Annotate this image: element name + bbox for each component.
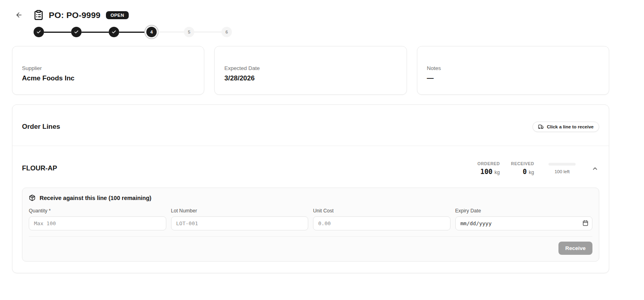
expiry-date-label: Expiry Date [455, 208, 593, 214]
stepper-step-6[interactable]: 6 [221, 27, 232, 37]
stepper-connector [82, 32, 109, 33]
stepper-step-1[interactable] [34, 27, 44, 37]
receive-hint-text: Click a line to receive [547, 124, 594, 129]
expiry-date-wrap [455, 216, 593, 230]
progress-stepper: 4 5 6 [34, 27, 609, 37]
progress-bar-track [548, 163, 576, 166]
received-value: 0 [523, 168, 527, 176]
remaining-label: 100 left [548, 169, 576, 174]
truck-icon [538, 124, 544, 130]
stepper-connector [157, 32, 184, 32]
stepper-connector [44, 32, 71, 33]
po-summary-cards: Supplier Acme Foods Inc Expected Date 3/… [12, 46, 609, 95]
stepper-step-5[interactable]: 5 [184, 27, 194, 37]
collapse-line-button[interactable] [591, 164, 599, 173]
notes-value: — [427, 74, 599, 82]
receive-form-panel: Receive against this line (100 remaining… [22, 188, 599, 262]
received-stat: RECEIVED 0kg [511, 161, 534, 176]
receive-panel-title: Receive against this line (100 remaining… [40, 195, 152, 201]
calendar-icon [582, 220, 588, 226]
ordered-unit: kg [494, 170, 500, 175]
received-unit: kg [529, 170, 534, 175]
expiry-date-field-group: Expiry Date [455, 208, 593, 230]
calendar-picker-button[interactable] [582, 220, 588, 226]
quantity-input[interactable] [29, 216, 166, 230]
received-label: RECEIVED [511, 161, 534, 166]
page-title: PO: PO-9999 [49, 10, 100, 20]
stepper-step-3[interactable] [109, 27, 119, 37]
check-icon [74, 30, 79, 34]
receive-panel-title-row: Receive against this line (100 remaining… [29, 194, 592, 201]
check-icon [112, 30, 116, 34]
unit-cost-label: Unit Cost [313, 208, 451, 214]
quantity-label: Quantity * [29, 208, 166, 214]
chevron-up-icon [592, 165, 598, 172]
order-lines-title: Order Lines [22, 123, 60, 131]
order-line-row[interactable]: FLOUR-AP ORDERED 100kg RECEIVED 0kg [12, 146, 609, 188]
expected-date-label: Expected Date [224, 65, 397, 71]
status-badge: OPEN [106, 11, 128, 19]
receive-actions-row: Receive [29, 236, 592, 255]
expiry-date-input[interactable] [455, 216, 593, 230]
lot-number-label: Lot Number [171, 208, 309, 214]
order-lines-header: Order Lines Click a line to receive [12, 105, 609, 146]
order-line-name: FLOUR-AP [22, 164, 57, 172]
supplier-label: Supplier [22, 65, 194, 71]
receive-button[interactable]: Receive [558, 242, 592, 255]
package-icon [29, 194, 36, 201]
lot-number-field-group: Lot Number [171, 208, 309, 230]
line-progress: 100 left [548, 163, 576, 174]
page-header: PO: PO-9999 OPEN [12, 10, 609, 20]
lot-number-input[interactable] [171, 216, 309, 230]
ordered-label: ORDERED [477, 161, 500, 166]
ordered-value: 100 [480, 168, 492, 176]
stepper-connector [194, 32, 221, 32]
notes-label: Notes [427, 65, 599, 71]
order-line-stats: ORDERED 100kg RECEIVED 0kg 100 left [477, 161, 599, 176]
stepper-step-4-active[interactable]: 4 [146, 27, 157, 37]
expected-date-value: 3/28/2026 [224, 74, 397, 82]
back-button[interactable] [14, 10, 24, 20]
supplier-card: Supplier Acme Foods Inc [12, 46, 204, 95]
check-icon [36, 30, 41, 34]
clipboard-list-icon [33, 10, 44, 20]
unit-cost-input[interactable] [313, 216, 451, 230]
stepper-step-2[interactable] [71, 27, 82, 37]
order-lines-card: Order Lines Click a line to receive FLOU… [12, 104, 609, 273]
po-detail-page: PO: PO-9999 OPEN 4 5 6 Supplier Acme Foo… [12, 0, 609, 273]
notes-card: Notes — [417, 46, 609, 95]
expected-date-card: Expected Date 3/28/2026 [214, 46, 407, 95]
quantity-field-group: Quantity * [29, 208, 166, 230]
receive-form-grid: Quantity * Lot Number Unit Cost Expiry D… [29, 208, 592, 230]
supplier-value: Acme Foods Inc [22, 74, 194, 82]
receive-hint-badge: Click a line to receive [532, 122, 599, 132]
arrow-left-icon [15, 11, 23, 19]
stepper-connector [119, 32, 146, 33]
unit-cost-field-group: Unit Cost [313, 208, 451, 230]
ordered-stat: ORDERED 100kg [477, 161, 500, 176]
